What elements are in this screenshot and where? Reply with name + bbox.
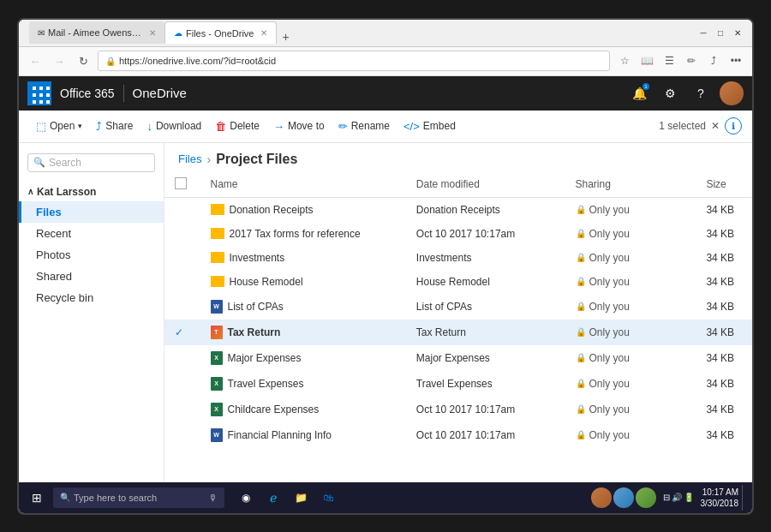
file-name: Financial Planning Info bbox=[228, 429, 332, 441]
breadcrumb-parent[interactable]: Files bbox=[178, 152, 201, 165]
file-name: Major Expenses bbox=[228, 352, 302, 364]
move-to-button[interactable]: → Move to bbox=[266, 112, 332, 140]
sharing-text: Only you bbox=[589, 228, 630, 240]
table-row[interactable]: XChildcare ExpensesOct 10 2017 10:17am🔒O… bbox=[164, 397, 752, 422]
back-button[interactable]: ← bbox=[26, 51, 45, 70]
file-type-icon: W bbox=[211, 300, 223, 314]
show-desktop-button[interactable] bbox=[742, 485, 747, 511]
forward-button[interactable]: → bbox=[50, 51, 69, 70]
table-row[interactable]: 2017 Tax forms for referenceOct 10 2017 … bbox=[164, 222, 752, 246]
start-button[interactable]: ⊞ bbox=[24, 485, 50, 511]
check-col-header[interactable] bbox=[164, 172, 200, 198]
notes-button[interactable]: ✏ bbox=[682, 51, 701, 70]
sidebar-user-header[interactable]: ∧ Kat Larsson bbox=[19, 182, 164, 201]
name-col-header[interactable]: Name bbox=[200, 172, 406, 198]
lock-icon: 🔒 bbox=[576, 205, 586, 214]
open-button[interactable]: ⬚ Open ▾ bbox=[29, 112, 89, 140]
reading-view-button[interactable]: 📖 bbox=[637, 51, 656, 70]
tab-onedrive[interactable]: ☁ Files - OneDrive ✕ bbox=[164, 21, 277, 44]
delete-button[interactable]: 🗑 Delete bbox=[208, 112, 266, 140]
user-avatar[interactable] bbox=[720, 81, 744, 105]
taskbar-app-store[interactable]: 🛍 bbox=[315, 485, 341, 511]
select-all-checkbox[interactable] bbox=[175, 177, 187, 189]
row-sharing-cell: 🔒Only you bbox=[565, 371, 696, 397]
favorites-button[interactable]: ☆ bbox=[615, 51, 634, 70]
table-row[interactable]: XTravel ExpensesTravel Expenses🔒Only you… bbox=[164, 371, 752, 397]
microphone-icon[interactable]: 🎙 bbox=[208, 493, 218, 503]
taskbar-search[interactable]: 🔍 Type here to search 🎙 bbox=[53, 487, 224, 508]
file-type-icon: X bbox=[211, 351, 223, 365]
taskbar-date-text: 3/30/2018 bbox=[701, 498, 739, 509]
notification-button[interactable]: 🔔 1 bbox=[627, 81, 651, 105]
table-row[interactable]: XMajor ExpensesMajor Expenses🔒Only you34… bbox=[164, 345, 752, 371]
sidebar-item-shared[interactable]: Shared bbox=[19, 266, 164, 287]
table-row[interactable]: ✓TTax ReturnTax Return🔒Only you34 KB bbox=[164, 320, 752, 345]
info-button[interactable]: ℹ bbox=[725, 117, 742, 134]
taskbar-app-cortana[interactable]: ◉ bbox=[233, 485, 259, 511]
settings-button[interactable]: ⚙ bbox=[658, 81, 682, 105]
sharing-col-header[interactable]: Sharing bbox=[565, 172, 696, 198]
sidebar-search[interactable]: 🔍 Search bbox=[27, 153, 155, 172]
sidebar: 🔍 Search ∧ Kat Larsson Files Recent Phot… bbox=[19, 143, 164, 482]
tab-onedrive-close[interactable]: ✕ bbox=[260, 28, 267, 38]
maximize-button[interactable]: □ bbox=[713, 25, 728, 40]
file-area: Files › Project Files Name Date modified… bbox=[164, 143, 752, 482]
taskbar-app-explorer[interactable]: 📁 bbox=[288, 485, 314, 511]
file-name: Travel Expenses bbox=[228, 378, 304, 390]
sidebar-item-recycle-bin[interactable]: Recycle bin bbox=[19, 287, 164, 308]
rename-button[interactable]: ✏ Rename bbox=[332, 112, 397, 140]
row-checkmark[interactable]: ✓ bbox=[175, 326, 183, 338]
main-content: 🔍 Search ∧ Kat Larsson Files Recent Phot… bbox=[19, 143, 752, 482]
edge-icon: ℯ bbox=[270, 491, 277, 505]
row-checkbox-cell bbox=[164, 294, 200, 320]
row-checkbox-cell: ✓ bbox=[164, 320, 200, 345]
search-icon: 🔍 bbox=[33, 157, 45, 168]
refresh-button[interactable]: ↻ bbox=[74, 51, 93, 70]
network-icon: ⊟ bbox=[663, 493, 670, 502]
table-row[interactable]: WList of CPAsList of CPAs🔒Only you34 KB bbox=[164, 294, 752, 320]
row-name-cell: WList of CPAs bbox=[200, 294, 406, 320]
file-name: Tax Return bbox=[228, 326, 281, 338]
app-grid-button[interactable] bbox=[27, 81, 51, 105]
taskbar-search-icon: 🔍 bbox=[60, 493, 70, 502]
embed-button[interactable]: </> Embed bbox=[397, 112, 463, 140]
taskbar-avatar-1[interactable] bbox=[591, 487, 612, 508]
delete-icon: 🗑 bbox=[215, 120, 226, 133]
minimize-button[interactable]: ─ bbox=[696, 25, 711, 40]
sidebar-item-photos[interactable]: Photos bbox=[19, 244, 164, 266]
office365-label: Office 365 bbox=[60, 87, 115, 100]
table-row[interactable]: Donation ReceiptsDonation Receipts🔒Only … bbox=[164, 197, 752, 222]
taskbar-app-edge[interactable]: ℯ bbox=[260, 485, 286, 511]
help-button[interactable]: ? bbox=[689, 81, 713, 105]
table-row[interactable]: InvestmentsInvestments🔒Only you34 KB bbox=[164, 246, 752, 270]
url-bar[interactable]: 🔒 https://onedrive.live.com/?id=root&cid bbox=[98, 51, 610, 71]
taskbar-avatar-2[interactable] bbox=[613, 487, 634, 508]
download-button[interactable]: ↓ Download bbox=[140, 112, 208, 140]
tab-mail-close[interactable]: ✕ bbox=[149, 28, 156, 38]
size-col-header[interactable]: Size bbox=[696, 172, 752, 198]
sharing-text: Only you bbox=[589, 204, 630, 216]
sidebar-recycle-label: Recycle bin bbox=[36, 291, 93, 304]
date-col-header[interactable]: Date modified bbox=[406, 172, 565, 198]
table-row[interactable]: House RemodelHouse Remodel🔒Only you34 KB bbox=[164, 270, 752, 294]
share-button[interactable]: ⤴ Share bbox=[89, 112, 140, 140]
sidebar-item-files[interactable]: Files bbox=[19, 201, 164, 223]
new-tab-button[interactable]: + bbox=[277, 30, 294, 44]
rename-label: Rename bbox=[351, 120, 390, 132]
hub-button[interactable]: ☰ bbox=[660, 51, 678, 70]
sidebar-item-recent[interactable]: Recent bbox=[19, 223, 164, 244]
tab-mail[interactable]: ✉ Mail - Aimee Owens - Out... ✕ bbox=[29, 21, 164, 44]
file-type-icon: X bbox=[211, 377, 223, 391]
table-row[interactable]: WFinancial Planning InfoOct 10 2017 10:1… bbox=[164, 422, 752, 448]
lock-icon: 🔒 bbox=[576, 229, 586, 238]
close-button[interactable]: ✕ bbox=[730, 25, 745, 40]
share-address-button[interactable]: ⤴ bbox=[704, 51, 723, 70]
taskbar-avatar-3[interactable] bbox=[636, 487, 656, 508]
row-date-cell: Tax Return bbox=[406, 320, 565, 345]
more-button[interactable]: ••• bbox=[726, 51, 745, 70]
lock-icon: 🔒 bbox=[576, 404, 586, 414]
row-size-cell: 34 KB bbox=[696, 222, 752, 246]
share-icon: ⤴ bbox=[96, 120, 102, 133]
deselect-button[interactable]: ✕ bbox=[711, 120, 720, 132]
avatar-image bbox=[720, 81, 744, 105]
